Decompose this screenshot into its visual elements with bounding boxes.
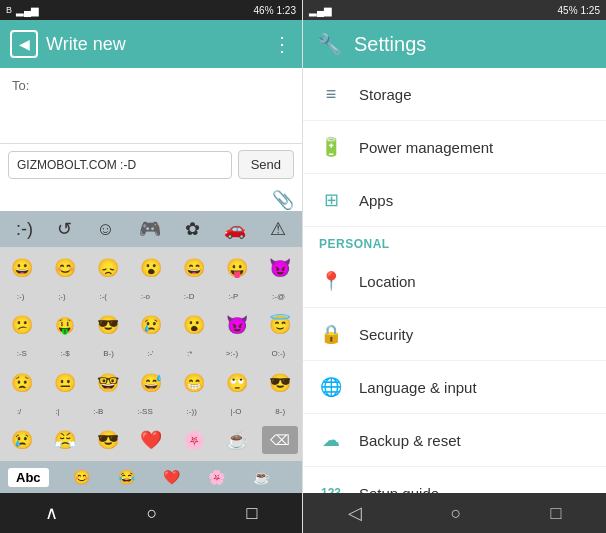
- emoji-laugh[interactable]: 😄: [176, 254, 212, 282]
- emoji-label-kiss: :*: [187, 349, 192, 358]
- emoji-cry2[interactable]: 😢: [4, 426, 40, 454]
- games-tab[interactable]: 🎮: [133, 216, 167, 242]
- attach-icon[interactable]: 📎: [0, 185, 302, 211]
- left-time: 1:23: [277, 5, 296, 16]
- emoji-label-happy: :-): [17, 292, 25, 301]
- emoji-label-8: 8-): [275, 407, 285, 416]
- settings-list: ≡ Storage 🔋 Power management ⊞ Apps PERS…: [303, 68, 606, 493]
- settings-item-apps[interactable]: ⊞ Apps: [303, 174, 606, 227]
- emoji-cool[interactable]: 😎: [90, 311, 126, 339]
- emoji-small-5[interactable]: ☕: [253, 469, 270, 485]
- emoji-heart[interactable]: ❤️: [133, 426, 169, 454]
- language-label: Language & input: [359, 379, 477, 396]
- language-icon: 🌐: [319, 375, 343, 399]
- emoji-small-2[interactable]: 😂: [118, 469, 135, 485]
- emoji-label-s: :-S: [17, 349, 27, 358]
- message-input[interactable]: [8, 151, 232, 179]
- recent-tab[interactable]: ↺: [51, 216, 78, 242]
- settings-item-security[interactable]: 🔒 Security: [303, 308, 606, 361]
- settings-item-backup[interactable]: ☁ Backup & reset: [303, 414, 606, 467]
- emoji-label-pipe: :|: [55, 407, 59, 416]
- emoji-grin[interactable]: 😀: [4, 254, 40, 282]
- emoji-sweat[interactable]: 😅: [133, 369, 169, 397]
- security-label: Security: [359, 326, 413, 343]
- right-time: 1:25: [581, 5, 600, 16]
- emoji-label-halo: O:-): [271, 349, 285, 358]
- emoji-sunglasses[interactable]: 😎: [90, 426, 126, 454]
- emoji-angry2[interactable]: 😤: [47, 426, 83, 454]
- emoji-tongue[interactable]: 😛: [219, 254, 255, 282]
- power-label: Power management: [359, 139, 493, 156]
- emoji-star[interactable]: 😎: [262, 369, 298, 397]
- emoji-small-1[interactable]: 😊: [73, 469, 90, 485]
- right-home-button[interactable]: ○: [451, 503, 462, 524]
- backup-icon: ☁: [319, 428, 343, 452]
- left-home-button[interactable]: ○: [147, 503, 158, 524]
- emoji-tear[interactable]: 😢: [133, 311, 169, 339]
- emoji-money[interactable]: 🤑: [47, 311, 83, 339]
- storage-label: Storage: [359, 86, 412, 103]
- left-back-button[interactable]: ∧: [45, 502, 58, 524]
- emoji-eyeroll[interactable]: 🙄: [219, 369, 255, 397]
- emoji-smile[interactable]: 😊: [47, 254, 83, 282]
- emoji-label-cry: :-': [147, 349, 153, 358]
- left-recents-button[interactable]: □: [247, 503, 258, 524]
- emoji-small-3[interactable]: ❤️: [163, 469, 180, 485]
- settings-item-location[interactable]: 📍 Location: [303, 255, 606, 308]
- settings-item-power[interactable]: 🔋 Power management: [303, 121, 606, 174]
- settings-item-storage[interactable]: ≡ Storage: [303, 68, 606, 121]
- keyboard-toolbar: :-) ↺ ☺ 🎮 ✿ 🚗 ⚠: [0, 211, 302, 247]
- emoji-huglaugh[interactable]: 😁: [176, 369, 212, 397]
- backspace-button[interactable]: ⌫: [262, 426, 298, 454]
- section-personal: PERSONAL: [303, 227, 606, 255]
- emoji-devil[interactable]: 😈: [262, 254, 298, 282]
- right-panel: ▂▄▆ 45% 1:25 🔧 Settings ≡ Storage 🔋 Powe…: [303, 0, 606, 533]
- emoji-coffee[interactable]: ☕: [219, 426, 255, 454]
- emoji-surprise[interactable]: 😮: [133, 254, 169, 282]
- setup-icon: 123: [319, 481, 343, 493]
- emoji-worried[interactable]: 😟: [4, 369, 40, 397]
- emoji-label-sad: :-(: [99, 292, 107, 301]
- symbols-tab[interactable]: ⚠: [264, 216, 292, 242]
- more-options-button[interactable]: ⋮: [272, 32, 292, 56]
- back-button[interactable]: ◀: [10, 30, 38, 58]
- right-recents-button[interactable]: □: [551, 503, 562, 524]
- emoji-label-bar: |-O: [231, 407, 242, 416]
- emoji-label-slash: :/: [17, 407, 21, 416]
- emoji-sad[interactable]: 😞: [90, 254, 126, 282]
- settings-wrench-icon: 🔧: [317, 32, 342, 56]
- emoji-sick[interactable]: 😕: [4, 311, 40, 339]
- settings-item-language[interactable]: 🌐 Language & input: [303, 361, 606, 414]
- battery-icon: 46%: [254, 5, 274, 16]
- emoji-row-bottom: 😢 😤 😎 ❤️ 🌸 ☕ ⌫: [0, 425, 302, 455]
- smiley-tab[interactable]: :-): [10, 217, 39, 242]
- settings-item-setup[interactable]: 123 Setup guide: [303, 467, 606, 493]
- compose-title: Write new: [46, 34, 264, 55]
- emoji-angel[interactable]: 😇: [262, 311, 298, 339]
- emoji-rows: 😀 😊 😞 😮 😄 😛 😈 :-) ;-) :-( :-o :-D :-P :-…: [0, 247, 302, 461]
- right-back-button[interactable]: ◁: [348, 502, 362, 524]
- emoji-label-dollar: :-$: [60, 349, 69, 358]
- nature-tab[interactable]: ✿: [179, 216, 206, 242]
- right-app-bar: 🔧 Settings: [303, 20, 606, 68]
- abc-button[interactable]: Abc: [8, 468, 49, 487]
- emoji-small-4[interactable]: 🌸: [208, 469, 225, 485]
- right-status-left: ▂▄▆: [309, 5, 332, 16]
- power-icon: 🔋: [319, 135, 343, 159]
- emoji-label-angry: :-@: [272, 292, 285, 301]
- right-status-bar: ▂▄▆ 45% 1:25: [303, 0, 606, 20]
- emoji-tab[interactable]: ☺: [90, 217, 120, 242]
- emoji-devilgrin[interactable]: 😈: [219, 311, 255, 339]
- emoji-nerd[interactable]: 🤓: [90, 369, 126, 397]
- emoji-label-wink: ;-): [58, 292, 66, 301]
- emoji-lips[interactable]: 😮: [176, 311, 212, 339]
- transport-tab[interactable]: 🚗: [218, 216, 252, 242]
- location-icon: 📍: [319, 269, 343, 293]
- emoji-flower[interactable]: 🌸: [176, 426, 212, 454]
- signal-icon: ▂▄▆: [16, 5, 39, 16]
- right-status-right: 45% 1:25: [558, 5, 600, 16]
- emoji-row-labels-2: :-S :-$ B-) :-' :* >:-) O:-): [0, 348, 302, 359]
- location-label: Location: [359, 273, 416, 290]
- send-button[interactable]: Send: [238, 150, 294, 179]
- emoji-meh[interactable]: 😐: [47, 369, 83, 397]
